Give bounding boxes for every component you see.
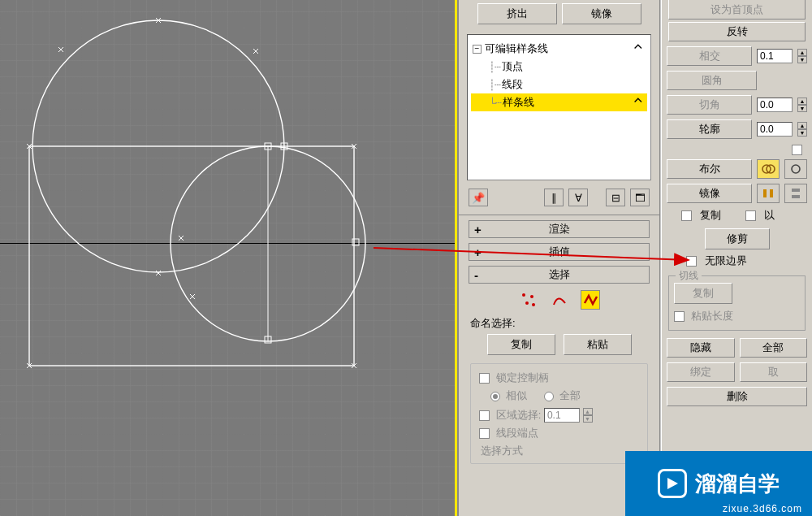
watermark-brand: 溜溜自学 [695,470,780,498]
pin-stack-icon[interactable]: 📌 [469,189,488,206]
region-select-checkbox [479,410,490,421]
modifier-stack[interactable]: − 可编辑样条线 ⌵ ┊┄ 顶点 ┊┄ 线段 └┄ 样条线 ⌵ [467,34,651,180]
stack-toolbar: 📌 ∥ ∀ ⊟ 🗔 [459,184,659,215]
tangent-group: 切线 复制 粘贴长度 [668,275,806,331]
svg-rect-18 [792,195,800,198]
stack-show-end-icon[interactable]: ⊟ [606,189,625,206]
chamfer-button: 切角 [667,95,752,115]
region-spinner: ▲▼ [583,408,593,423]
mirror-v-icon[interactable] [784,184,807,203]
tree-item-vertex[interactable]: ┊┄ 顶点 [471,58,647,76]
tree-spline-icon: ⌵ [634,95,642,111]
tree-branch-icon: └┄ [489,97,501,109]
pick-button: 取 [740,362,808,382]
fillet-button: 圆角 [667,71,757,90]
outline-spinner[interactable]: ▲▼ [797,122,807,137]
boolean-button[interactable]: 布尔 [667,159,752,179]
play-icon [658,469,687,498]
named-sel-copy-button[interactable]: 复制 [487,334,555,355]
tree-collapse-icon[interactable]: − [473,45,482,54]
tree-root[interactable]: − 可编辑样条线 ⌵ [471,40,647,58]
svg-rect-17 [792,189,800,192]
about-checkbox[interactable] [745,210,756,221]
named-sel-paste-button[interactable]: 粘贴 [564,334,632,355]
intersect-value-input[interactable]: 0.1 [757,49,793,63]
region-value-input: 0.1 [544,408,580,423]
tree-root-icon: ⌵ [634,41,642,57]
chamfer-value-input[interactable]: 0.0 [757,98,793,112]
viewport[interactable] [0,0,455,516]
watermark: 溜溜自学 zixue.3d66.com [625,451,812,516]
svg-point-14 [792,165,800,173]
tree-branch-icon: ┊┄ [489,79,500,91]
viewport-shapes-svg [0,0,455,516]
tan-copy-button: 复制 [674,283,732,304]
tree-branch-icon: ┊┄ [489,61,500,73]
tree-item-spline[interactable]: └┄ 样条线 ⌵ [471,93,647,111]
svg-rect-16 [770,189,773,197]
mirror-h-icon[interactable] [757,184,780,203]
infinite-bounds-checkbox[interactable] [686,256,697,267]
rollout-selection[interactable]: - 选择 [469,266,650,284]
delete-button[interactable]: 删除 [667,387,807,406]
set-first-vertex-button: 设为首顶点 [668,0,806,20]
seg-end-checkbox [479,428,490,439]
bool-union-icon[interactable] [757,159,780,179]
subobject-icon-row [459,284,659,313]
all-radio [544,392,554,401]
lock-handles-group: 锁定控制柄 相似 全部 区域选择: 0.1 ▲▼ 线段端点 选择方式 [470,363,648,464]
hide-button[interactable]: 隐藏 [667,338,735,358]
svg-rect-6 [352,239,359,245]
svg-rect-0 [29,146,354,366]
tree-root-label: 可编辑样条线 [485,41,548,56]
reverse-button[interactable]: 反转 [668,22,806,41]
tree-item-segment[interactable]: ┊┄ 线段 [471,76,647,93]
stack-tool-2-icon[interactable]: ∀ [568,189,588,206]
outline-check[interactable] [792,145,802,155]
lock-handles-checkbox [479,373,490,384]
bool-sub-icon[interactable] [784,159,807,179]
modify-panel-right: 设为首顶点 反转 相交 0.1 ▲▼ 圆角 切角 0.0 ▲▼ 轮廓 0.0 ▲… [661,0,812,516]
stack-config-icon[interactable]: 🗔 [630,189,650,206]
svg-rect-15 [763,189,767,197]
intersect-spinner[interactable]: ▲▼ [797,49,807,63]
mirror2-button[interactable]: 镜像 [667,184,752,203]
outline-value-input[interactable]: 0.0 [757,122,793,137]
expand-plus-icon: + [474,223,482,236]
mirror-button[interactable]: 镜像 [562,3,641,24]
expand-plus-icon: + [474,245,482,259]
svg-marker-21 [667,478,678,489]
vertex-mode-icon[interactable] [519,290,538,310]
watermark-url: zixue.3d66.com [723,503,802,514]
rollout-render[interactable]: + 渲染 [469,220,650,238]
outline-button[interactable]: 轮廓 [667,119,752,139]
modify-panel-left: 挤出 镜像 − 可编辑样条线 ⌵ ┊┄ 顶点 ┊┄ 线段 └┄ 样条线 ⌵ 📌 … [457,0,660,516]
named-selection-label: 命名选择: [459,313,659,332]
all-button[interactable]: 全部 [740,338,808,358]
svg-point-8 [522,293,525,297]
segment-mode-icon[interactable] [550,290,569,310]
intersect-button: 相交 [667,46,752,66]
bind-button: 绑定 [667,362,735,382]
svg-point-9 [530,295,533,298]
copy-checkbox[interactable] [681,210,692,221]
collapse-minus-icon: - [474,268,478,282]
svg-point-11 [532,303,535,306]
spline-mode-icon[interactable] [581,290,600,310]
tan-len-checkbox [674,311,685,322]
chamfer-spinner[interactable]: ▲▼ [797,98,807,112]
svg-point-10 [525,301,529,305]
similar-radio [490,392,500,401]
extrude-button[interactable]: 挤出 [477,3,557,24]
stack-tool-1-icon[interactable]: ∥ [544,189,564,206]
trim-button[interactable]: 修剪 [662,225,812,251]
rollout-interpolation[interactable]: + 插值 [469,243,650,261]
